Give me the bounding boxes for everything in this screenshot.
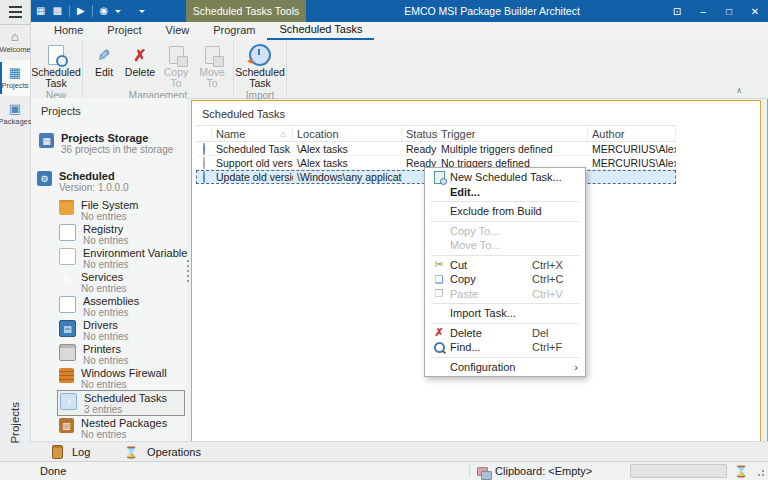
tree-item-registry[interactable]: ⊞ RegistryNo entries	[57, 222, 187, 246]
delete-button[interactable]: ✗ Delete	[122, 43, 158, 78]
tree-item-scheduled-tasks[interactable]: ◔ Scheduled Tasks3 entries	[57, 390, 185, 416]
import-scheduled-task-button[interactable]: ◂ Scheduled Task	[237, 43, 283, 89]
minimize-icon[interactable]: –	[696, 6, 710, 17]
status-bar: Done Clipboard: <Empty> ⌛	[0, 461, 768, 480]
contextual-tab-group[interactable]: Scheduled Tasks Tools	[186, 0, 306, 22]
nav-label: Welcome	[0, 45, 31, 54]
menu-item-exclude-from-build[interactable]: Exclude from Build	[425, 204, 585, 219]
registry-icon: ⊞	[59, 224, 76, 241]
project-root-node[interactable]: ⚙ Scheduled Version: 1.0.0.0	[35, 169, 187, 194]
ribbon-options-icon[interactable]: ⊡	[670, 6, 684, 17]
menu-item-delete[interactable]: ✗ Delete Del	[425, 326, 585, 341]
menu-item-copy-to: Copy To...	[425, 224, 585, 239]
nav-label: Projects	[1, 81, 28, 90]
toolbar-separator	[69, 5, 70, 17]
bottom-tab-row: Log ⌛ Operations	[30, 441, 768, 462]
tree-item-services[interactable]: ⚙ ServicesNo entries	[57, 270, 187, 294]
folder-icon	[59, 200, 74, 215]
column-header-location[interactable]: Location	[293, 126, 402, 141]
tree-item-assemblies[interactable]: ≡ AssembliesNo entries	[57, 294, 187, 318]
nav-item-packages[interactable]: ▣ Packages	[0, 96, 30, 132]
nav-label: Packages	[0, 117, 31, 126]
hourglass-icon: ⌛	[734, 465, 748, 478]
globe-icon[interactable]: ◉	[100, 0, 109, 22]
column-header-status[interactable]: Status	[402, 126, 437, 141]
main-menu-button[interactable]	[0, 0, 31, 25]
tab-home[interactable]: Home	[42, 22, 95, 40]
button-label: Scheduled Task	[31, 67, 81, 89]
tree-item-environment-variables[interactable]: (v) Environment VariablesNo entries	[57, 246, 187, 270]
menu-separator	[431, 255, 579, 256]
collapse-ribbon-icon[interactable]: ∧	[736, 86, 742, 95]
tab-operations[interactable]: ⌛ Operations	[110, 442, 215, 462]
menu-separator	[431, 201, 579, 202]
delete-x-icon: ✗	[434, 326, 443, 339]
table-row[interactable]: Scheduled Task \Alex tasks Ready Multipl…	[196, 142, 676, 156]
column-header-author[interactable]: Author	[588, 126, 676, 141]
projects-storage-node[interactable]: ▦ Projects Storage 36 projects in the st…	[37, 131, 187, 156]
menu-item-edit[interactable]: Edit...	[425, 185, 585, 200]
tree-item-file-system[interactable]: File SystemNo entries	[57, 198, 187, 222]
tree-item-windows-firewall[interactable]: Windows FirewallNo entries	[57, 366, 187, 390]
menu-separator	[431, 357, 579, 358]
icon-column-header[interactable]	[196, 126, 212, 141]
nav-item-welcome[interactable]: ⌂ Welcome	[0, 24, 30, 60]
clipboard-icon	[477, 467, 488, 476]
maximize-icon[interactable]: □	[722, 6, 736, 17]
copy-pages-icon: ❏	[435, 274, 444, 285]
projects-panel: Projects ▦ Projects Storage 36 projects …	[31, 98, 187, 442]
tab-scheduled-tasks[interactable]: Scheduled Tasks	[267, 22, 374, 40]
tree-item-drivers[interactable]: ▤ DriversNo entries	[57, 318, 187, 342]
storage-building-icon: ▦	[39, 133, 54, 148]
tab-project[interactable]: Project	[95, 22, 153, 40]
app-navigation-strip: ⌂ Welcome ▦ Projects ▣ Packages Projects	[0, 24, 31, 462]
build-icon[interactable]: ▦	[36, 0, 45, 22]
context-menu: New Scheduled Task... Edit... Exclude fr…	[424, 167, 586, 377]
run-icon[interactable]: ▶	[77, 0, 85, 22]
tree-item-nested-packages[interactable]: ▥ Nested PackagesNo entries	[57, 416, 187, 440]
menu-separator	[431, 221, 579, 222]
projects-panel-title: Projects	[31, 98, 187, 122]
menu-item-copy[interactable]: ❏ Copy Ctrl+C	[425, 272, 585, 287]
column-header-trigger[interactable]: Trigger	[437, 126, 588, 141]
globe-dropdown-icon[interactable]	[115, 10, 121, 13]
button-label: Move To	[194, 67, 230, 89]
brick-wall-icon	[59, 368, 74, 383]
sort-ascending-icon: △	[281, 130, 286, 138]
close-icon[interactable]: ✕	[748, 6, 762, 17]
table-header-row: Name△ Location Status Trigger Author	[196, 125, 676, 142]
home-icon: ⌂	[11, 30, 19, 44]
tab-program[interactable]: Program	[201, 22, 267, 40]
new-scheduled-task-button[interactable]: Scheduled Task	[33, 43, 79, 89]
scissors-icon: ✂	[434, 258, 443, 271]
menu-item-find[interactable]: Find... Ctrl+F	[425, 340, 585, 355]
project-gear-icon: ⚙	[37, 171, 52, 186]
button-label: Scheduled Task	[235, 67, 285, 89]
menu-item-configuration[interactable]: Configuration ›	[425, 360, 585, 375]
tree-item-printers[interactable]: PrintersNo entries	[57, 342, 187, 366]
pencil-icon: ✎	[97, 46, 110, 65]
menu-item-import-task[interactable]: Import Task...	[425, 306, 585, 321]
chip-icon: ▤	[59, 320, 76, 337]
progress-bar	[630, 464, 727, 478]
tab-view[interactable]: View	[154, 22, 202, 40]
edit-button[interactable]: ✎ Edit	[86, 43, 122, 78]
import-clock-icon: ◂	[249, 44, 271, 66]
printer-icon	[59, 344, 76, 361]
qat-customize-icon[interactable]	[139, 10, 145, 13]
delete-x-icon: ✗	[133, 46, 146, 65]
nav-item-projects[interactable]: ▦ Projects	[0, 60, 30, 96]
menu-item-cut[interactable]: ✂ Cut Ctrl+X	[425, 258, 585, 273]
status-text: Done	[40, 465, 66, 477]
rebuild-icon[interactable]: ▩	[52, 0, 61, 22]
tab-log[interactable]: Log	[38, 442, 104, 462]
button-label: Copy To	[158, 67, 194, 89]
copy-to-button: Copy To	[158, 43, 194, 89]
panel-splitter[interactable]	[185, 100, 190, 440]
task-icon	[203, 157, 205, 169]
resize-grip[interactable]	[755, 465, 765, 477]
vertical-panel-label: Projects	[0, 390, 30, 456]
column-header-name[interactable]: Name△	[212, 126, 293, 141]
panel-title: Scheduled Tasks	[192, 101, 760, 125]
menu-item-new-scheduled-task[interactable]: New Scheduled Task...	[425, 170, 585, 185]
